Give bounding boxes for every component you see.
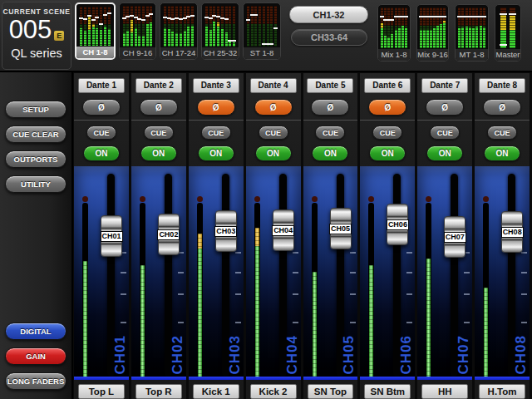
channel-name[interactable]: H.Tom (479, 384, 525, 399)
on-button[interactable]: ON (484, 145, 520, 161)
on-button[interactable]: ON (198, 145, 234, 161)
fader-handle[interactable]: CH04 (273, 209, 294, 251)
fader-channel-label: CH04 (272, 225, 294, 236)
meter-bar (229, 6, 231, 47)
phase-button[interactable]: Ø (254, 99, 293, 116)
sidebar-utility-button[interactable]: UTILITY (5, 175, 66, 193)
meter-block[interactable]: CH 17-24 (160, 2, 198, 60)
channel-strip: Dante 6 Ø CUE ON CH06 CH06 SN Btm (360, 73, 415, 399)
fader-handle[interactable]: CH07 (444, 216, 466, 258)
meter-block-label: CH 9-16 (120, 47, 155, 59)
level-meter-yellow (198, 234, 202, 249)
cue-button[interactable]: CUE (144, 126, 174, 140)
channel-name[interactable]: Top R (135, 384, 182, 399)
on-button[interactable]: ON (140, 145, 177, 161)
fader-handle[interactable]: CH05 (330, 208, 352, 249)
bank-ch1-32-button[interactable]: CH1-32 (289, 6, 368, 23)
sidebar-long-faders-button[interactable]: LONG FADERS (5, 372, 66, 390)
meter-block[interactable]: Master (495, 4, 521, 62)
fader-handle[interactable]: CH01 (101, 215, 122, 257)
phase-button[interactable]: Ø (82, 99, 121, 116)
sidebar-outports-button[interactable]: OUTPORTS (5, 150, 66, 168)
channel-name[interactable]: SN Btm (364, 384, 411, 399)
on-button[interactable]: ON (369, 145, 406, 161)
meter-block-bars (244, 3, 280, 47)
meter-block[interactable]: Mix 1-8 (377, 4, 411, 62)
port-label[interactable]: Dante 1 (78, 78, 125, 93)
phase-button[interactable]: Ø (311, 99, 349, 116)
meter-bar (472, 7, 475, 48)
sidebar-bottom-buttons: DIGITALGAINLONG FADERS (5, 323, 66, 397)
phase-button[interactable]: Ø (140, 99, 178, 116)
sidebar-cue-clear-button[interactable]: CUE CLEAR (5, 126, 66, 143)
port-label[interactable]: Dante 2 (135, 78, 182, 93)
on-button[interactable]: ON (426, 145, 463, 161)
phase-button[interactable]: Ø (483, 99, 521, 116)
meter-peak-led (254, 196, 260, 202)
port-label[interactable]: Dante 7 (421, 78, 468, 93)
meter-bar (254, 6, 257, 47)
cue-button[interactable]: CUE (372, 126, 402, 140)
phase-button[interactable]: Ø (426, 99, 464, 116)
meter-bar (96, 7, 98, 46)
port-label[interactable]: Dante 5 (307, 78, 353, 93)
meter-block-bars (202, 3, 239, 47)
meter-block-bars (120, 3, 155, 47)
meter-block-bars (417, 5, 448, 49)
strip-divider (417, 120, 472, 121)
strip-divider (360, 120, 415, 121)
meter-bar (461, 7, 464, 48)
cue-button[interactable]: CUE (86, 126, 116, 140)
meter-block[interactable]: MT 1-8 (455, 4, 489, 62)
meter-block[interactable]: CH 25-32 (201, 2, 239, 60)
cue-button[interactable]: CUE (430, 126, 460, 140)
channel-name[interactable]: HH (421, 384, 468, 399)
meter-block-bars (495, 5, 520, 49)
on-button[interactable]: ON (312, 145, 348, 161)
channel-name[interactable]: SN Top (308, 384, 354, 399)
channel-strip: Dante 4 Ø CUE ON CH04 CH04 Kick 2 (246, 73, 301, 399)
on-button[interactable]: ON (255, 145, 292, 161)
meter-block[interactable]: Mix 9-16 (416, 4, 449, 62)
meter-peak-led (312, 196, 318, 202)
meter-bar (436, 7, 439, 48)
strip-bottom-bar (475, 377, 530, 380)
meter-block[interactable]: CH 1-8 (75, 2, 116, 60)
meter-bar (395, 7, 397, 48)
sidebar-digital-button[interactable]: DIGITAL (5, 323, 66, 340)
meter-bar (184, 6, 186, 47)
port-label[interactable]: Dante 3 (193, 78, 239, 93)
meter-bar (401, 7, 404, 48)
channel-strip: Dante 8 Ø CUE ON CH08 CH08 H.Tom (475, 73, 530, 399)
channel-name[interactable]: Kick 1 (193, 384, 239, 399)
fader-scale-tick (350, 322, 356, 323)
channel-name[interactable]: Kick 2 (250, 384, 297, 399)
channel-name[interactable]: Top L (78, 384, 125, 399)
meter-block[interactable]: ST 1-8 (243, 2, 281, 60)
current-scene-panel[interactable]: CURRENT SCENE 005 E QL series (2, 2, 71, 70)
sidebar-setup-button[interactable]: SETUP (5, 101, 66, 118)
fader-handle[interactable]: CH02 (158, 214, 180, 255)
sidebar-gain-button[interactable]: GAIN (5, 347, 66, 365)
cue-button[interactable]: CUE (487, 126, 517, 140)
on-button[interactable]: ON (83, 145, 120, 161)
port-label[interactable]: Dante 6 (364, 78, 411, 93)
port-label[interactable]: Dante 4 (250, 78, 297, 93)
meter-bar (423, 7, 426, 48)
cue-button[interactable]: CUE (259, 126, 288, 140)
fader-handle[interactable]: CH06 (387, 204, 408, 245)
phase-button[interactable]: Ø (368, 99, 406, 116)
channel-number-vertical: CH01 (112, 335, 129, 374)
meter-block[interactable]: CH 9-16 (119, 2, 156, 60)
cue-button[interactable]: CUE (315, 126, 345, 140)
phase-button[interactable]: Ø (197, 99, 235, 116)
bank-ch33-64-button[interactable]: CH33-64 (291, 29, 367, 46)
meter-bar (123, 6, 126, 47)
meter-bar (480, 7, 482, 48)
fader-handle[interactable]: CH03 (215, 210, 237, 252)
fader-handle[interactable]: CH08 (501, 211, 523, 253)
cue-button[interactable]: CUE (201, 126, 231, 140)
port-label[interactable]: Dante 8 (479, 78, 525, 93)
meter-bar (247, 6, 249, 47)
level-meter-green (426, 259, 431, 377)
